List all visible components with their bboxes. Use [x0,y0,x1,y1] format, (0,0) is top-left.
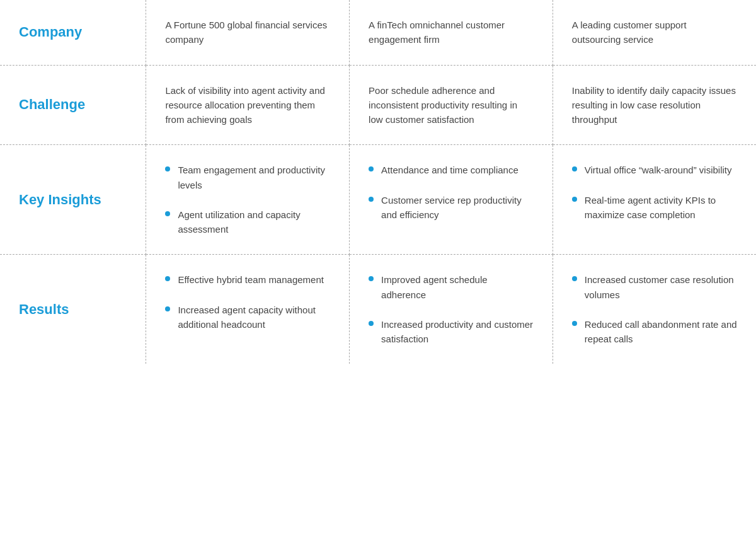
list-item-text: Reduced call abandonment rate and repeat… [585,317,737,347]
list-item: Improved agent schedule adherence [369,272,534,302]
row-header-key-insights: Key Insights [0,145,146,255]
list-item: Increased productivity and customer sati… [369,317,534,347]
bullet-dot-icon [572,166,577,171]
cell-row0-col2: A leading customer support outsourcing s… [553,0,756,65]
cell-row1-col1: Poor schedule adherence and inconsistent… [350,65,553,145]
cell-text: Inability to identify daily capacity iss… [572,83,737,127]
list-item-text: Improved agent schedule adherence [381,272,534,302]
bullet-dot-icon [369,166,374,171]
cell-text: A leading customer support outsourcing s… [572,18,737,47]
bullet-dot-icon [572,321,577,326]
cell-text: A finTech omnichannel customer engagemen… [369,18,534,47]
comparison-table: CompanyA Fortune 500 global financial se… [0,0,756,364]
table-row: Key InsightsTeam engagement and producti… [0,145,756,255]
list-item-text: Customer service rep productivity and ef… [381,193,534,223]
list-item-text: Increased agent capacity without additio… [178,303,330,332]
cell-row0-col0: A Fortune 500 global financial services … [146,0,350,65]
list-item-text: Attendance and time compliance [381,163,518,177]
bullet-list: Attendance and time complianceCustomer s… [369,163,534,222]
cell-row1-col2: Inability to identify daily capacity iss… [553,65,756,145]
bullet-dot-icon [369,321,374,326]
bullet-dot-icon [165,306,170,311]
row-header-company: Company [0,0,146,65]
bullet-list: Team engagement and productivity levelsA… [165,163,330,236]
list-item: Increased customer case resolution volum… [572,272,737,302]
list-item-text: Team engagement and productivity levels [178,163,330,192]
bullet-dot-icon [369,276,374,281]
bullet-dot-icon [165,211,170,216]
row-header-challenge: Challenge [0,65,146,145]
list-item: Increased agent capacity without additio… [165,303,330,332]
table-row: ResultsEffective hybrid team managementI… [0,255,756,364]
list-item: Team engagement and productivity levels [165,163,330,192]
cell-text: A Fortune 500 global financial services … [165,18,330,47]
cell-row0-col1: A finTech omnichannel customer engagemen… [350,0,553,65]
list-item: Real-time agent activity KPIs to maximiz… [572,193,737,223]
list-item: Agent utilization and capacity assessmen… [165,207,330,237]
bullet-list: Improved agent schedule adherenceIncreas… [369,272,534,346]
bullet-dot-icon [165,276,170,281]
list-item-text: Agent utilization and capacity assessmen… [178,207,330,237]
table-row: CompanyA Fortune 500 global financial se… [0,0,756,65]
list-item: Reduced call abandonment rate and repeat… [572,317,737,347]
row-header-results: Results [0,255,146,364]
list-item-text: Increased productivity and customer sati… [381,317,534,347]
bullet-dot-icon [165,166,170,171]
cell-row2-col0: Team engagement and productivity levelsA… [146,145,350,255]
bullet-list: Virtual office “walk-around” visibilityR… [572,163,737,222]
list-item-text: Virtual office “walk-around” visibility [585,163,732,177]
list-item-text: Real-time agent activity KPIs to maximiz… [585,193,737,223]
list-item-text: Effective hybrid team management [178,272,324,287]
bullet-dot-icon [572,276,577,281]
cell-text: Lack of visibility into agent activity a… [165,83,330,127]
cell-row2-col2: Virtual office “walk-around” visibilityR… [553,145,756,255]
table-row: ChallengeLack of visibility into agent a… [0,65,756,145]
list-item-text: Increased customer case resolution volum… [585,272,737,302]
list-item: Attendance and time compliance [369,163,534,177]
cell-row3-col1: Improved agent schedule adherenceIncreas… [350,255,553,364]
cell-row2-col1: Attendance and time complianceCustomer s… [350,145,553,255]
cell-row3-col2: Increased customer case resolution volum… [553,255,756,364]
list-item: Virtual office “walk-around” visibility [572,163,737,177]
bullet-list: Effective hybrid team managementIncrease… [165,272,330,332]
cell-text: Poor schedule adherence and inconsistent… [369,83,534,127]
list-item: Effective hybrid team management [165,272,330,287]
cell-row3-col0: Effective hybrid team managementIncrease… [146,255,350,364]
cell-row1-col0: Lack of visibility into agent activity a… [146,65,350,145]
list-item: Customer service rep productivity and ef… [369,193,534,223]
bullet-list: Increased customer case resolution volum… [572,272,737,346]
bullet-dot-icon [572,197,577,202]
bullet-dot-icon [369,197,374,202]
